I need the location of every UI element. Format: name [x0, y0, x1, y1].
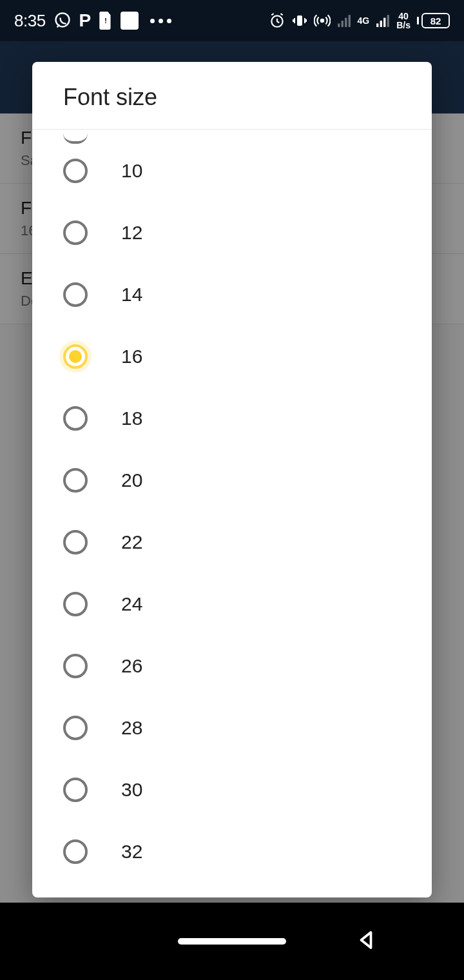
whatsapp-icon — [53, 12, 72, 30]
svg-rect-12 — [387, 15, 389, 27]
radio-icon — [63, 592, 88, 616]
hotspot-icon — [314, 12, 331, 29]
svg-point-0 — [55, 13, 69, 26]
radio-icon — [63, 220, 88, 245]
option-label: 18 — [121, 407, 142, 429]
option-32[interactable]: 32 — [32, 821, 432, 883]
status-bar: 8:35 P ! — [0, 0, 464, 41]
option-30[interactable]: 30 — [32, 759, 432, 821]
svg-rect-8 — [348, 15, 350, 27]
p-notification-icon: P — [79, 10, 92, 31]
data-rate: 40 B/s — [396, 12, 411, 30]
svg-rect-6 — [341, 21, 343, 27]
svg-rect-10 — [380, 21, 382, 27]
svg-text:!: ! — [104, 16, 107, 25]
alarm-icon — [269, 12, 285, 29]
svg-rect-5 — [338, 23, 340, 27]
option-label: 32 — [121, 841, 142, 863]
back-button[interactable] — [354, 928, 378, 954]
status-time: 8:35 — [14, 11, 46, 31]
option-label: 14 — [121, 284, 142, 306]
svg-rect-7 — [345, 18, 347, 27]
svg-rect-9 — [376, 23, 378, 27]
option-label: 26 — [121, 655, 142, 677]
option-12[interactable]: 12 — [32, 202, 432, 264]
square-notification-icon — [121, 12, 139, 30]
radio-icon — [63, 468, 88, 493]
radio-icon — [63, 778, 88, 802]
radio-icon — [63, 282, 88, 307]
radio-icon — [63, 530, 88, 554]
svg-point-4 — [320, 19, 323, 22]
option-18[interactable]: 18 — [32, 387, 432, 449]
option-label: 20 — [121, 469, 142, 491]
option-22[interactable]: 22 — [32, 511, 432, 573]
home-gesture-pill[interactable] — [178, 938, 286, 945]
radio-icon — [63, 654, 88, 678]
option-16[interactable]: 16 — [32, 326, 432, 387]
option-26[interactable]: 26 — [32, 635, 432, 697]
dialog-title: Font size — [32, 62, 432, 130]
option-28[interactable]: 28 — [32, 697, 432, 759]
option-14[interactable]: 14 — [32, 264, 432, 326]
option-label: 22 — [121, 531, 142, 553]
radio-icon — [63, 716, 88, 740]
svg-rect-3 — [297, 15, 302, 26]
option-24[interactable]: 24 — [32, 573, 432, 635]
svg-rect-11 — [383, 18, 385, 27]
vibrate-icon — [292, 13, 307, 28]
radio-icon-selected — [63, 344, 88, 369]
network-type: 4G — [358, 16, 370, 25]
option-label: 30 — [121, 779, 142, 801]
radio-icon — [63, 159, 88, 183]
option-label: 16 — [121, 346, 142, 368]
radio-icon — [63, 839, 88, 864]
option-10[interactable]: 10 — [32, 140, 432, 202]
navigation-bar — [0, 903, 464, 980]
option-20[interactable]: 20 — [32, 449, 432, 511]
previous-option-peek — [63, 132, 401, 140]
signal-sim2-icon — [376, 14, 390, 28]
font-size-options-list[interactable]: 10 12 14 16 18 20 22 24 — [32, 130, 432, 897]
option-label: 12 — [121, 222, 142, 244]
signal-sim1-icon — [337, 14, 351, 28]
more-notifications-icon — [150, 19, 171, 23]
option-label: 24 — [121, 593, 142, 615]
font-size-dialog: Font size 10 12 14 16 18 20 22 — [32, 62, 432, 897]
battery-indicator: 82 — [417, 13, 450, 28]
radio-icon — [63, 406, 88, 431]
option-label: 28 — [121, 717, 142, 739]
option-label: 10 — [121, 160, 142, 182]
document-icon: ! — [99, 12, 113, 30]
